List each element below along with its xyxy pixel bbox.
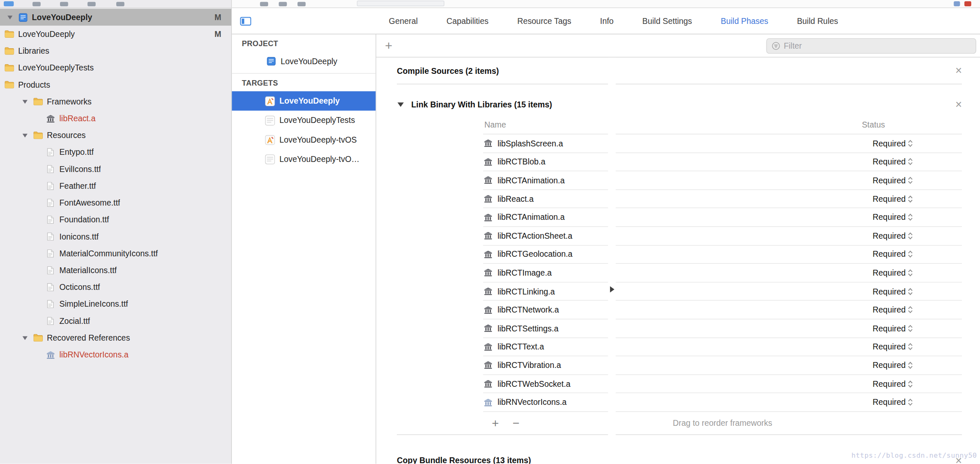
toolbar-icon-fragment (260, 2, 268, 6)
disclosure-down-icon[interactable] (21, 132, 29, 139)
sidebar-item-feather-ttf[interactable]: Feather.ttf (0, 177, 231, 194)
stepper-icon (907, 176, 913, 184)
stepper-icon (907, 324, 913, 332)
tab-info[interactable]: Info (600, 16, 613, 26)
tab-build-phases[interactable]: Build Phases (721, 16, 768, 26)
sidebar-item-libraries[interactable]: Libraries (0, 42, 231, 59)
sidebar-item-label: Resources (47, 130, 86, 140)
sidebar-item-evilicons-ttf[interactable]: EvilIcons.ttf (0, 161, 231, 177)
library-row[interactable]: libRCTWebSocket.aRequired (483, 375, 962, 393)
status-popup[interactable]: Required (857, 398, 913, 407)
library-row[interactable]: libReact.aRequired (483, 190, 962, 209)
tab-capabilities[interactable]: Capabilities (446, 16, 488, 26)
target-row-loveyoudeeplytests[interactable]: LoveYouDeeplyTests (232, 111, 376, 130)
sidebar-item-fontawesome-ttf[interactable]: FontAwesome.ttf (0, 194, 231, 211)
compile-sources-header[interactable]: Compile Sources (2 items) × (397, 57, 962, 84)
sidebar-item-ionicons-ttf[interactable]: Ionicons.ttf (0, 228, 231, 245)
sidebar-item-loveyoudeeplytests[interactable]: LoveYouDeeplyTests (0, 60, 231, 76)
remove-phase-button[interactable]: × (955, 99, 962, 110)
target-row-loveyoudeeply-tvos[interactable]: LoveYouDeeply-tvOS (232, 130, 376, 149)
project-item[interactable]: LoveYouDeeply (232, 52, 376, 71)
status-popup[interactable]: Required (857, 138, 913, 148)
project-icon (18, 13, 28, 22)
target-row-loveyoudeeply[interactable]: LoveYouDeeply (232, 91, 376, 111)
filter-input[interactable] (784, 41, 970, 50)
stepper-icon (907, 213, 913, 221)
stepper-icon (907, 250, 913, 258)
section-title: Link Binary With Libraries (15 items) (411, 100, 948, 109)
lib-icon (483, 287, 493, 296)
target-row-loveyoudeeply-tvo[interactable]: LoveYouDeeply-tvO… (232, 149, 376, 169)
sidebar-item-resources[interactable]: Resources (0, 127, 231, 143)
doc-icon (45, 317, 55, 325)
status-popup[interactable]: Required (857, 323, 913, 333)
sidebar-item-zocial-ttf[interactable]: Zocial.ttf (0, 313, 231, 329)
library-row[interactable]: libRCTVibration.aRequired (483, 356, 962, 375)
tab-general[interactable]: General (389, 16, 418, 26)
sidebar-item-librnvectoricons-a[interactable]: libRNVectorIcons.a (0, 346, 231, 363)
library-row[interactable]: libSplashScreen.aRequired (483, 134, 962, 153)
library-row[interactable]: libRCTAnimation.aRequired (483, 209, 962, 227)
status-popup[interactable]: Required (857, 360, 913, 370)
add-build-phase-button[interactable]: + (385, 37, 392, 54)
remove-library-button[interactable]: − (513, 416, 520, 430)
disclosure-down-icon[interactable] (21, 334, 29, 341)
disclosure-down-icon[interactable] (397, 102, 404, 107)
status-popup[interactable]: Required (857, 213, 913, 222)
sidebar-item-materialicons-ttf[interactable]: MaterialIcons.ttf (0, 262, 231, 279)
sidebar-item-simplelineicons-ttf[interactable]: SimpleLineIcons.ttf (0, 296, 231, 313)
library-row[interactable]: libRCTLinking.aRequired (483, 282, 962, 301)
status-popup[interactable]: Required (857, 194, 913, 203)
sidebar-item-label: Octicons.ttf (60, 282, 100, 292)
sidebar-item-foundation-ttf[interactable]: Foundation.ttf (0, 211, 231, 228)
stepper-icon (907, 343, 913, 351)
disclosure-right-icon[interactable] (608, 57, 616, 464)
library-row[interactable]: libRCTAnimation.aRequired (483, 171, 962, 190)
library-row[interactable]: libRCTSettings.aRequired (483, 319, 962, 338)
status-popup[interactable]: Required (857, 342, 913, 351)
folder-icon (4, 30, 14, 38)
status-popup[interactable]: Required (857, 176, 913, 185)
sidebar-item-materialcommunityicons-ttf[interactable]: MaterialCommunityIcons.ttf (0, 245, 231, 262)
tab-build-rules[interactable]: Build Rules (797, 16, 838, 26)
sidebar-item-recovered-references[interactable]: Recovered References (0, 329, 231, 346)
status-popup[interactable]: Required (857, 250, 913, 259)
library-name: libRCTText.a (498, 342, 857, 351)
status-popup[interactable]: Required (857, 305, 913, 314)
sidebar-item-label: libReact.a (60, 114, 96, 123)
library-row[interactable]: libRCTText.aRequired (483, 338, 962, 356)
disclosure-down-icon[interactable] (6, 13, 14, 21)
status-popup[interactable]: Required (857, 157, 913, 167)
column-header-status: Status (857, 120, 913, 129)
library-row[interactable]: libRCTImage.aRequired (483, 264, 962, 282)
sidebar-item-frameworks[interactable]: Frameworks (0, 93, 231, 110)
status-popup[interactable]: Required (857, 231, 913, 240)
link-binary-header[interactable]: Link Binary With Libraries (15 items) × (397, 93, 962, 116)
remove-phase-button[interactable]: × (955, 65, 962, 76)
toolbar-icon-fragment (88, 2, 96, 6)
lib-blue-icon (45, 350, 55, 359)
standard-editor-icon[interactable] (240, 17, 251, 26)
status-popup[interactable]: Required (857, 379, 913, 388)
sidebar-item-octicons-ttf[interactable]: Octicons.ttf (0, 279, 231, 295)
sidebar-item-libreact-a[interactable]: libReact.a (0, 110, 231, 127)
status-popup[interactable]: Required (857, 287, 913, 296)
sidebar-item-loveyoudeeply[interactable]: LoveYouDeeplyM (0, 9, 231, 26)
add-library-button[interactable]: + (492, 416, 499, 430)
disclosure-down-icon[interactable] (21, 98, 29, 105)
library-row[interactable]: libRCTActionSheet.aRequired (483, 227, 962, 245)
status-popup[interactable]: Required (857, 268, 913, 277)
tab-resource-tags[interactable]: Resource Tags (517, 16, 571, 26)
library-row[interactable]: libRCTGeolocation.aRequired (483, 245, 962, 264)
library-row[interactable]: libRCTNetwork.aRequired (483, 301, 962, 319)
sidebar-item-loveyoudeeply[interactable]: LoveYouDeeplyM (0, 26, 231, 42)
library-row[interactable]: libRNVectorIcons.aRequired (483, 394, 962, 412)
sidebar-item-products[interactable]: Products (0, 76, 231, 93)
sidebar-item-entypo-ttf[interactable]: Entypo.ttf (0, 144, 231, 161)
folder-icon (32, 334, 43, 342)
filter-field[interactable] (766, 38, 976, 54)
lib-icon (483, 361, 493, 370)
library-row[interactable]: libRCTBlob.aRequired (483, 153, 962, 171)
lib-icon (483, 213, 493, 222)
tab-build-settings[interactable]: Build Settings (642, 16, 692, 26)
